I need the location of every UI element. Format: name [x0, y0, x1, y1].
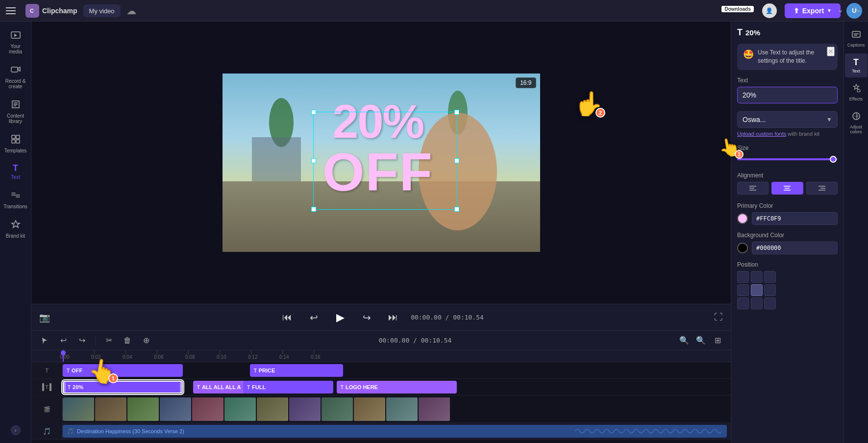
cloud-save-icon[interactable]: ☁	[126, 5, 136, 17]
track-content-1[interactable]: T OFF T PRICE	[63, 362, 731, 378]
tooltip-close-button[interactable]: ✕	[827, 47, 835, 56]
sidebar-item-label: Brand kit	[6, 233, 25, 239]
track-resize-left[interactable]	[42, 383, 44, 391]
pos-mid-left[interactable]	[737, 284, 749, 296]
pos-top-center[interactable]	[751, 271, 763, 283]
sidebar-item-transitions[interactable]: Transitions	[2, 186, 29, 213]
sidebar-item-record[interactable]: Record & create	[2, 60, 29, 93]
right-icon-adjust-colors[interactable]: Adjust colors	[845, 107, 868, 138]
fullscreen-button[interactable]: ⛶	[714, 312, 723, 322]
clip-price[interactable]: T PRICE	[250, 364, 344, 377]
panel-section-primary-color: Primary Color #FFC0F9	[737, 202, 838, 225]
undo-button[interactable]: ↩	[56, 333, 71, 348]
menu-button[interactable]	[6, 4, 20, 18]
panel-scroll: T 20% 🤩 Use Text to adjust the settings …	[731, 22, 843, 443]
toolbar-separator-1	[95, 336, 96, 345]
pos-bot-left[interactable]	[737, 297, 749, 309]
clip-logo-here[interactable]: T LOGO HERE	[337, 381, 457, 394]
bg-color-swatch[interactable]	[737, 243, 748, 253]
sidebar-item-templates[interactable]: Templates	[2, 130, 29, 157]
delete-button[interactable]: 🗑	[120, 333, 135, 348]
music-clip[interactable]: 🎵 Destination Happiness (30 Seconds Vers…	[63, 425, 727, 438]
clip-off[interactable]: T OFF	[63, 364, 183, 377]
ruler-mark: 0:00	[63, 350, 94, 360]
right-icon-text[interactable]: T Text	[845, 53, 868, 77]
clip-resize-handle-right[interactable]	[180, 382, 182, 393]
time-display: 00:00.00 / 00:10.54	[411, 314, 484, 321]
center-area: 20% OFF 16:9 👆	[31, 22, 731, 443]
font-dropdown-arrow: ▼	[826, 116, 832, 123]
skip-forward-button[interactable]: ⏭	[384, 309, 402, 326]
cut-button[interactable]: ✂	[101, 333, 116, 348]
panel-section-size: Size	[737, 145, 838, 164]
sidebar-footer: ›	[0, 245, 31, 439]
pos-mid-center[interactable]	[751, 284, 763, 296]
right-icon-effects[interactable]: Effects	[845, 79, 868, 105]
panel-header-icon: T	[737, 27, 743, 38]
sidebar-collapse-button[interactable]: ›	[11, 425, 21, 435]
bg-color-label: Background Color	[737, 232, 838, 239]
pos-top-right[interactable]	[764, 271, 776, 283]
clip-twenty-percent[interactable]: T 20%	[63, 381, 183, 394]
panel-header-title: 20%	[745, 28, 760, 37]
video-title-tab[interactable]: My video	[83, 4, 121, 17]
align-right-button[interactable]	[806, 182, 838, 195]
track-row-text-mid: T T 20% T	[31, 379, 731, 395]
pos-mid-right[interactable]	[764, 284, 776, 296]
track-content-video[interactable]	[63, 395, 731, 423]
right-icon-captions[interactable]: Captions	[845, 25, 868, 51]
text-input-field[interactable]	[737, 87, 838, 103]
zoom-out-button[interactable]: 🔍	[677, 333, 692, 348]
downloads-badge[interactable]: Downloads	[721, 6, 753, 12]
sidebar-item-brand[interactable]: Brand kit	[2, 215, 29, 243]
add-to-timeline-button[interactable]: ⊕	[139, 333, 153, 348]
film-frame-2	[95, 397, 126, 421]
clip-text-icon-5: T	[247, 385, 250, 390]
sidebar-item-your-media[interactable]: Your media	[2, 25, 29, 58]
tooltip-emoji: 🤩	[743, 49, 754, 61]
fit-to-window-button[interactable]: ⊞	[710, 333, 725, 348]
zoom-in-button[interactable]: 🔍	[694, 333, 708, 348]
size-slider-thumb[interactable]	[830, 156, 837, 163]
position-label: Position	[737, 261, 838, 268]
sidebar-item-label: Transitions	[3, 204, 27, 209]
font-selector[interactable]: Oswa... ▼	[737, 111, 838, 128]
track-content-music[interactable]: 🎵 Destination Happiness (30 Seconds Vers…	[63, 423, 731, 439]
clip-full[interactable]: T FULL	[243, 381, 333, 394]
svg-rect-7	[16, 140, 20, 143]
clip-resize-handle-left[interactable]	[64, 382, 66, 393]
sidebar-item-text[interactable]: T Text	[2, 159, 29, 184]
forward-button[interactable]: ↪	[358, 309, 375, 326]
sidebar-item-content[interactable]: Content library	[2, 95, 29, 128]
user-icon[interactable]: 👤	[762, 3, 777, 18]
sidebar-item-label: Your media	[4, 44, 27, 54]
ruler-mark: 0:16	[314, 350, 345, 360]
size-label: Size	[737, 145, 838, 151]
step-number-2: 2	[595, 108, 605, 118]
pos-top-left[interactable]	[737, 271, 749, 283]
clip-logo-label: LOGO HERE	[346, 384, 378, 390]
bg-color-hex-input[interactable]: #000000	[752, 242, 838, 254]
pos-bot-right[interactable]	[764, 297, 776, 309]
pos-bot-center[interactable]	[751, 297, 763, 309]
select-tool-button[interactable]	[37, 333, 52, 348]
captions-icon	[851, 29, 861, 42]
size-slider[interactable]	[737, 154, 838, 164]
track-content-2[interactable]: T 20% T ALL ALL ALL A T FULL	[63, 379, 731, 395]
track-resize-right[interactable]	[50, 383, 51, 391]
export-button[interactable]: ⬆ Export ▼	[785, 3, 841, 18]
primary-color-hex-input[interactable]: #FFC0F9	[752, 212, 838, 225]
screenshot-button[interactable]: 📷	[39, 312, 50, 323]
aspect-ratio-badge[interactable]: 16:9	[516, 77, 536, 88]
right-panel-wrapper: T 20% 🤩 Use Text to adjust the settings …	[731, 22, 868, 443]
sidebar-item-label: Text	[11, 174, 20, 180]
align-center-button[interactable]	[771, 182, 803, 195]
redo-button[interactable]: ↪	[74, 333, 89, 348]
align-left-button[interactable]	[737, 182, 769, 195]
primary-color-swatch[interactable]	[737, 213, 748, 224]
film-frame-12	[419, 397, 450, 421]
play-button[interactable]: ▶	[331, 309, 349, 326]
ruler-marks: 0:00 0:02 0:04 0:06 0:08 0:10 0:12 0:14 …	[31, 350, 731, 360]
rewind-button[interactable]: ↩	[305, 309, 322, 326]
skip-back-button[interactable]: ⏮	[278, 309, 296, 326]
